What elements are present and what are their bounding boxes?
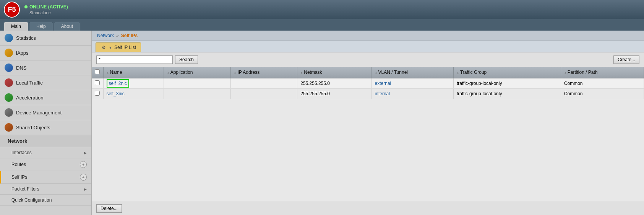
row2-checkbox-cell	[92, 89, 103, 99]
tab-main[interactable]: Main	[4, 22, 28, 31]
sidebar-label-local-traffic: Local Traffic	[16, 80, 43, 86]
delete-button[interactable]: Delete...	[96, 204, 122, 213]
sidebar-item-network[interactable]: Network	[0, 135, 91, 147]
row1-partition-cell: Common	[561, 78, 644, 89]
row1-traffic-cell: traffic-group-local-only	[453, 78, 561, 89]
th-application: ⬦Application	[164, 67, 231, 78]
th-netmask: ⬦Netmask	[297, 67, 371, 78]
iapps-icon	[5, 49, 13, 57]
row1-checkbox-cell	[92, 78, 103, 89]
sidebar-item-iapps[interactable]: iApps	[0, 46, 91, 60]
sidebar-item-local-traffic[interactable]: Local Traffic	[0, 75, 91, 90]
sidebar: Statistics iApps DNS Local Traffic Accel…	[0, 31, 92, 215]
tab-dropdown-icon: ▼	[109, 46, 112, 50]
row2-ip-cell	[231, 89, 297, 99]
search-left: Search	[96, 55, 198, 64]
row2-vlan-link[interactable]: internal	[375, 91, 390, 96]
row2-application-cell	[164, 89, 231, 99]
table-header-row: ⬦Name ⬦Application ⬦IP Address ⬦Netmask …	[92, 67, 644, 78]
status-dot	[24, 5, 28, 8]
search-bar: Search Create...	[92, 52, 644, 67]
self-ip-table: ⬦Name ⬦Application ⬦IP Address ⬦Netmask …	[92, 67, 644, 99]
sidebar-subitem-self-ips[interactable]: Self IPs +	[0, 171, 91, 184]
search-button[interactable]: Search	[175, 55, 198, 64]
breadcrumb: Network » Self IPs	[92, 31, 644, 41]
quick-config-label: Quick Configuration	[11, 197, 52, 203]
row2-name-cell: self_3nic	[103, 89, 164, 99]
th-name: ⬦Name	[103, 67, 164, 78]
row2-netmask-cell: 255.255.255.0	[297, 89, 371, 99]
row2-name-link[interactable]: self_3nic	[107, 91, 125, 96]
th-vlan-tunnel: ⬦VLAN / Tunnel	[371, 67, 453, 78]
row1-application-cell	[164, 78, 231, 89]
routes-add-button[interactable]: +	[80, 161, 87, 168]
sidebar-item-acceleration[interactable]: Acceleration	[0, 90, 91, 105]
device-mgmt-icon	[5, 108, 13, 117]
sidebar-item-device-management[interactable]: Device Management	[0, 105, 91, 120]
sidebar-label-iapps: iApps	[16, 50, 29, 56]
status-text: ONLINE (ACTIVE)	[29, 4, 68, 10]
search-input[interactable]	[96, 55, 173, 64]
dns-icon	[5, 64, 13, 72]
sidebar-item-dns[interactable]: DNS	[0, 60, 91, 75]
tab-label: Self IP List	[114, 45, 136, 50]
breadcrumb-network[interactable]: Network	[97, 33, 114, 38]
shared-objects-icon	[5, 123, 13, 132]
tab-bar: ⚙ ▼ Self IP List	[92, 41, 644, 52]
tab-about[interactable]: About	[54, 22, 80, 31]
th-traffic-group: ⬦Traffic Group	[453, 67, 561, 78]
sidebar-label-acceleration: Acceleration	[16, 95, 44, 101]
self-ips-label: Self IPs	[11, 174, 27, 180]
interfaces-chevron-icon: ▶	[84, 151, 87, 155]
row2-traffic-cell: traffic-group-local-only	[453, 89, 561, 99]
create-button[interactable]: Create...	[613, 55, 639, 64]
table-row: self_3nic 255.255.255.0 internal traffic…	[92, 89, 644, 99]
sidebar-label-statistics: Statistics	[16, 35, 36, 41]
th-partition-path: ⬦Partition / Path	[561, 67, 644, 78]
status-block: ONLINE (ACTIVE) Standalone	[24, 4, 68, 15]
sidebar-label-device-management: Device Management	[16, 110, 62, 116]
table-row: self_2nic 255.255.255.0 external traffic…	[92, 78, 644, 89]
row2-checkbox[interactable]	[95, 91, 100, 96]
sidebar-item-shared-objects[interactable]: Shared Objects	[0, 120, 91, 135]
sidebar-item-statistics[interactable]: Statistics	[0, 31, 91, 46]
nav-tabs: Main Help About	[0, 19, 644, 31]
quick-config-left: Quick Configuration	[11, 197, 52, 203]
f5-logo: F5	[4, 2, 20, 18]
sidebar-subitem-interfaces[interactable]: Interfaces ▶	[0, 147, 91, 158]
status-online: ONLINE (ACTIVE)	[24, 4, 68, 10]
content-area: Network » Self IPs ⚙ ▼ Self IP List Sear…	[92, 31, 644, 215]
tab-help[interactable]: Help	[29, 22, 53, 31]
main-layout: Statistics iApps DNS Local Traffic Accel…	[0, 31, 644, 215]
sidebar-subitem-quick-config[interactable]: Quick Configuration	[0, 195, 91, 206]
select-all-checkbox[interactable]	[95, 69, 100, 74]
tab-gear-icon: ⚙	[101, 44, 107, 50]
th-checkbox	[92, 67, 103, 78]
table-container: ⬦Name ⬦Application ⬦IP Address ⬦Netmask …	[92, 67, 644, 202]
top-header: F5 ONLINE (ACTIVE) Standalone	[0, 0, 644, 19]
stats-icon	[5, 34, 13, 42]
self-ips-add-button[interactable]: +	[80, 174, 87, 181]
row1-checkbox[interactable]	[95, 80, 100, 85]
status-mode: Standalone	[29, 10, 68, 15]
breadcrumb-separator: »	[116, 33, 119, 38]
routes-left: Routes	[11, 162, 26, 167]
row2-partition-cell: Common	[561, 89, 644, 99]
row2-vlan-cell: internal	[371, 89, 453, 99]
sidebar-label-network: Network	[8, 138, 27, 144]
packet-filters-left: Packet Filters	[11, 186, 39, 192]
sidebar-subitem-routes[interactable]: Routes +	[0, 158, 91, 171]
sidebar-label-dns: DNS	[16, 65, 26, 71]
th-ip-address: ⬦IP Address	[231, 67, 297, 78]
row1-name-link[interactable]: self_2nic	[107, 79, 129, 88]
tab-self-ip-list[interactable]: ⚙ ▼ Self IP List	[96, 42, 141, 52]
sidebar-subitem-packet-filters[interactable]: Packet Filters ▶	[0, 184, 91, 195]
sidebar-label-shared-objects: Shared Objects	[16, 125, 50, 130]
row1-name-cell: self_2nic	[103, 78, 164, 89]
row1-ip-cell	[231, 78, 297, 89]
row1-vlan-link[interactable]: external	[375, 81, 391, 86]
interfaces-label: Interfaces	[11, 150, 32, 155]
action-bar: Delete...	[92, 202, 644, 215]
interfaces-left: Interfaces	[11, 150, 32, 155]
local-traffic-icon	[5, 78, 13, 87]
